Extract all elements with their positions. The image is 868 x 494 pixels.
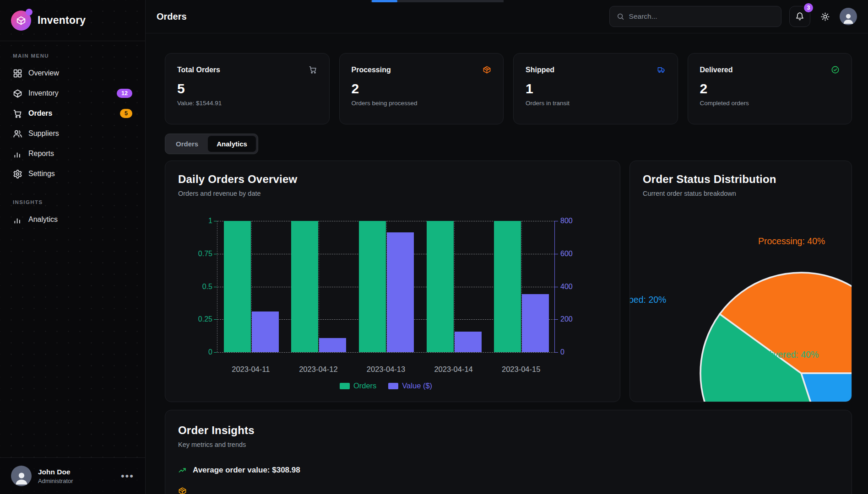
gridline	[217, 352, 555, 353]
notifications-button[interactable]: 3	[789, 6, 810, 27]
sidebar-item-suppliers[interactable]: Suppliers	[7, 124, 138, 144]
stat-value: 1	[526, 81, 666, 97]
legend-swatch	[340, 383, 350, 389]
legend-label: Value ($)	[402, 381, 432, 390]
search-box[interactable]	[609, 6, 781, 27]
axis-tickmark	[555, 254, 558, 254]
y-axis-tick-right: 200	[560, 315, 588, 323]
pie-label-processing: Processing: 40%	[758, 236, 825, 247]
x-axis-label: 2023-04-14	[434, 365, 472, 374]
bar-chart-icon	[13, 215, 22, 225]
logo-accent-dot	[26, 9, 33, 16]
y-axis-tick-right: 800	[560, 217, 588, 225]
notification-count-badge: 3	[803, 2, 814, 13]
stat-value: 5	[177, 81, 317, 97]
sun-icon	[820, 12, 830, 21]
truck-icon	[657, 65, 666, 74]
sidebar-item-label: Analytics	[28, 215, 132, 224]
y-axis-tick-right: 0	[560, 348, 588, 356]
value-bar	[387, 232, 414, 352]
sidebar-item-label: Inventory	[28, 89, 111, 97]
search-input[interactable]	[629, 12, 774, 21]
y-axis-tick-left: 0.25	[185, 315, 212, 323]
package-icon	[483, 65, 491, 74]
bar-chart-title: Daily Orders Overview	[178, 173, 607, 186]
stat-label: Delivered	[700, 66, 733, 74]
orders-bar	[359, 221, 386, 352]
tab-analytics[interactable]: Analytics	[208, 136, 256, 152]
search-icon	[617, 12, 624, 21]
sidebar-item-badge: 12	[117, 89, 132, 98]
bar-chart-icon	[13, 149, 22, 159]
package-icon	[178, 487, 187, 494]
axis-tickmark	[214, 221, 217, 221]
app-title: Inventory	[38, 14, 86, 27]
stat-value: 2	[352, 81, 492, 97]
axis-tickmark	[214, 254, 217, 254]
axis-tickmark	[555, 287, 558, 287]
sidebar-item-badge: 5	[120, 109, 132, 118]
header-avatar[interactable]	[840, 8, 857, 25]
sidebar-item-analytics[interactable]: Analytics	[7, 209, 138, 230]
axis-tickmark	[214, 319, 217, 320]
stat-label: Total Orders	[177, 66, 220, 74]
y-axis-tick-left: 1	[185, 217, 212, 225]
orders-bar	[427, 221, 454, 352]
top-scrollbar-thumb[interactable]	[372, 0, 397, 2]
sidebar-item-label: Reports	[28, 150, 132, 158]
axis-tickmark	[214, 352, 217, 353]
value-bar	[455, 332, 482, 352]
axis-tickmark	[555, 352, 558, 353]
insight-text: Average order value: $308.98	[193, 466, 300, 475]
sidebar-item-reports[interactable]: Reports	[7, 144, 138, 164]
stat-card-total-orders: Total Orders5Value: $1544.91	[165, 53, 330, 124]
value-bar	[252, 311, 279, 352]
top-scrollbar[interactable]	[371, 0, 504, 2]
sidebar-item-orders[interactable]: Orders5	[7, 103, 138, 124]
sidebar-item-label: Orders	[28, 109, 114, 118]
user-profile[interactable]: John Doe Administrator •••	[0, 457, 145, 494]
sidebar-nav: MAIN MENUOverviewInventory12Orders5Suppl…	[0, 41, 145, 230]
cube-icon	[16, 16, 26, 26]
sidebar-item-label: Suppliers	[28, 129, 132, 138]
stat-value: 2	[700, 81, 840, 97]
stat-subtext: Completed orders	[700, 100, 840, 107]
sidebar-item-settings[interactable]: Settings	[7, 164, 138, 184]
user-menu-button[interactable]: •••	[121, 474, 134, 478]
axis-tickmark	[555, 221, 558, 221]
tab-orders[interactable]: Orders	[167, 136, 207, 152]
user-role: Administrator	[38, 478, 73, 484]
y-axis-tick-right: 600	[560, 250, 588, 258]
bar-chart-plot	[217, 221, 555, 352]
sidebar-item-inventory[interactable]: Inventory12	[7, 83, 138, 103]
insight-row: Average order value: $308.98	[178, 466, 839, 475]
orders-bar	[224, 221, 251, 352]
y-axis-tick-left: 0.75	[185, 250, 212, 258]
y-axis-tick-left: 0.5	[185, 283, 212, 291]
sidebar-item-label: Overview	[28, 69, 132, 77]
box-icon	[13, 89, 22, 98]
status-distribution-card: Order Status Distribution Current order …	[629, 161, 852, 402]
chart-legend: OrdersValue ($)	[217, 381, 555, 390]
cart-icon	[13, 109, 22, 118]
theme-toggle-button[interactable]	[818, 10, 832, 23]
sidebar-item-overview[interactable]: Overview	[7, 63, 138, 83]
x-axis-label: 2023-04-12	[299, 365, 337, 374]
user-avatar	[11, 466, 32, 486]
y-axis-tick-right: 400	[560, 283, 588, 291]
daily-orders-card: Daily Orders Overview Orders and revenue…	[165, 161, 620, 402]
user-name: John Doe	[38, 468, 73, 476]
axis-tickmark	[214, 287, 217, 287]
bar-chart-subtitle: Orders and revenue by date	[178, 190, 607, 197]
stats-row: Total Orders5Value: $1544.91Processing2O…	[165, 53, 852, 124]
orders-bar	[494, 221, 521, 352]
pie-chart-subtitle: Current order status breakdown	[643, 190, 839, 197]
stat-card-shipped: Shipped1Orders in transit	[513, 53, 678, 124]
stat-label: Processing	[352, 66, 391, 74]
stat-subtext: Value: $1544.91	[177, 100, 317, 107]
trending-up-icon	[178, 466, 187, 475]
x-axis-label: 2023-04-11	[232, 365, 270, 374]
y-axis-tick-left: 0	[185, 348, 212, 356]
x-axis-label: 2023-04-13	[367, 365, 405, 374]
cart-icon	[309, 65, 317, 74]
